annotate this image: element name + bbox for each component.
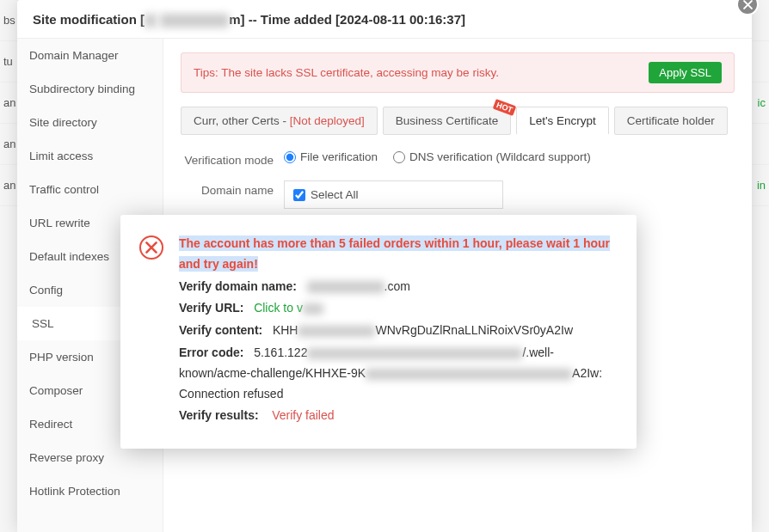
cert-tabs: Curr, other Certs - [Not deployed] Busin… <box>181 107 735 135</box>
apply-ssl-button[interactable]: Apply SSL <box>649 62 722 83</box>
error-title: The account has more than 5 failed order… <box>179 235 610 272</box>
tab-current-cert[interactable]: Curr, other Certs - [Not deployed] <box>181 107 378 135</box>
title-domain-tail: m] <box>229 12 244 27</box>
bg-cell: an <box>3 96 15 109</box>
tab-label: Certificate holder <box>627 114 715 127</box>
tab-business-cert[interactable]: Business Certificate HOT <box>383 107 511 135</box>
sidebar-item-label: Reverse proxy <box>29 451 104 464</box>
sidebar-item-hotlink[interactable]: Hotlink Protection <box>17 474 163 508</box>
label-verify-domain: Verify domain name: <box>179 279 297 293</box>
bg-cell-green: ic <box>758 96 766 109</box>
sidebar-item-label: Default indexes <box>29 250 109 263</box>
ssl-tips-bar: Tips: The site lacks SSL certificate, ac… <box>181 52 735 93</box>
value-verify-content-prefix: KHH <box>273 323 298 337</box>
domain-select-box[interactable]: Select All <box>284 180 503 209</box>
tab-cert-holder[interactable]: Certificate holder <box>614 107 728 135</box>
title-time: -- Time added [2024-08-11 00:16:37] <box>245 12 466 27</box>
label-error-code: Error code: <box>179 345 243 359</box>
sidebar-item-domain-manager[interactable]: Domain Manager <box>17 39 163 72</box>
label-verification-mode: Verification mode <box>181 150 284 167</box>
sidebar-item-subdirectory[interactable]: Subdirectory binding <box>17 72 163 106</box>
bg-cell-green: in <box>757 179 766 192</box>
tab-status: [Not deployed] <box>290 114 365 127</box>
tab-label: Curr, other Certs - <box>194 114 290 127</box>
select-all-checkbox[interactable] <box>293 189 305 201</box>
error-icon <box>139 235 163 260</box>
sidebar-item-site-directory[interactable]: Site directory <box>17 106 163 139</box>
value-verify-content-suffix: WNvRgDuZlRnaLLNiRoixVSr0yA2Iw <box>375 323 573 337</box>
error-popup: The account has more than 5 failed order… <box>120 215 637 449</box>
bg-cell: tu <box>3 55 13 68</box>
tab-label: Let's Encrypt <box>529 114 596 127</box>
sidebar-item-label: Limit access <box>29 150 93 162</box>
sidebar-item-label: Traffic control <box>29 183 99 196</box>
value-error-ip: 5.161.122 <box>254 345 307 359</box>
value-verify-domain-tail: .com <box>384 279 410 293</box>
sidebar-item-label: Redirect <box>29 418 72 431</box>
radio-label: DNS verification (Wildcard support) <box>409 150 591 163</box>
radio-input[interactable] <box>393 151 405 163</box>
title-prefix: Site modification [ <box>33 12 145 27</box>
sidebar-item-label: URL rewrite <box>29 217 90 229</box>
sidebar-item-label: SSL <box>32 317 54 330</box>
bg-cell: bs <box>3 14 15 27</box>
value-verify-results: Verify failed <box>272 408 334 422</box>
sidebar-item-label: Config <box>29 284 63 297</box>
tips-text: Tips: The site lacks SSL certificate, ac… <box>194 66 499 79</box>
bg-cell: an <box>3 138 15 150</box>
bg-cell: an <box>3 179 15 192</box>
sidebar-item-label: PHP version <box>29 351 94 364</box>
sidebar-item-limit-access[interactable]: Limit access <box>17 139 163 173</box>
link-text: Click to v <box>254 301 303 315</box>
label-verify-results: Verify results: <box>179 408 259 422</box>
radio-dns-verification[interactable]: DNS verification (Wildcard support) <box>393 150 591 163</box>
radio-label: File verification <box>300 150 378 163</box>
tab-label: Business Certificate <box>396 114 498 127</box>
label-domain-name: Domain name <box>181 180 284 197</box>
hot-badge-icon: HOT <box>493 99 517 116</box>
radio-file-verification[interactable]: File verification <box>284 150 378 163</box>
tab-lets-encrypt[interactable]: Let's Encrypt <box>516 107 609 135</box>
select-all-label: Select All <box>311 188 359 201</box>
sidebar-item-label: Subdirectory binding <box>29 83 135 95</box>
label-verify-url: Verify URL: <box>179 301 243 315</box>
verify-url-link[interactable]: Click to v... <box>254 301 323 315</box>
sidebar-item-label: Site directory <box>29 116 97 129</box>
sidebar-item-label: Composer <box>29 384 83 397</box>
sidebar-item-traffic[interactable]: Traffic control <box>17 173 163 206</box>
radio-input[interactable] <box>284 151 296 163</box>
label-verify-content: Verify content: <box>179 323 262 337</box>
sidebar-item-label: Domain Manager <box>29 49 119 62</box>
modal-title: Site modification [.. ........m] -- Time… <box>17 0 752 39</box>
sidebar-item-label: Hotlink Protection <box>29 485 120 498</box>
